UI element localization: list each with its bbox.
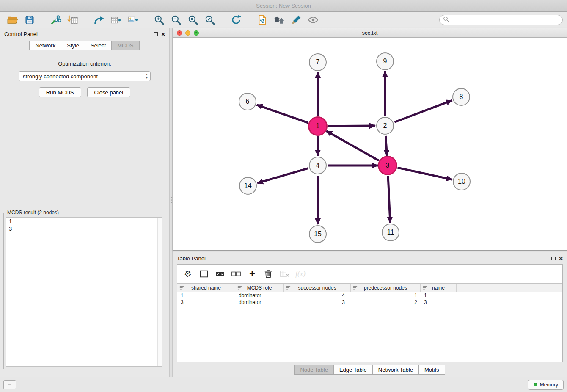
close-panel-icon[interactable]: ×: [161, 31, 165, 37]
home-icon[interactable]: [271, 13, 288, 27]
zoom-fit-icon[interactable]: [184, 13, 201, 27]
zoom-in-icon[interactable]: [151, 13, 168, 27]
view-group: [254, 13, 322, 27]
tab-node-table[interactable]: Node Table: [294, 365, 334, 375]
run-mcds-button[interactable]: Run MCDS: [39, 87, 81, 97]
tab-edge-table[interactable]: Edge Table: [333, 365, 373, 375]
graph-edge-3-11[interactable]: [388, 176, 390, 223]
export-network-icon[interactable]: [91, 13, 107, 27]
graph-node-7[interactable]: 7: [309, 53, 327, 71]
column-type-icon: [179, 285, 184, 291]
minimize-window-icon[interactable]: −: [185, 30, 190, 36]
graph-node-4[interactable]: 4: [309, 157, 327, 174]
column-header-name[interactable]: name: [421, 284, 457, 292]
show-columns-icon[interactable]: [197, 268, 211, 280]
search-box[interactable]: [439, 15, 563, 25]
search-input[interactable]: [451, 17, 559, 23]
table-cell: 4: [284, 292, 351, 299]
graph-node-1[interactable]: 1: [308, 116, 328, 136]
result-item[interactable]: 1: [6, 218, 162, 225]
control-panel-header: Control Panel ×: [0, 28, 169, 40]
graph-node-3[interactable]: 3: [378, 156, 397, 175]
table-row[interactable]: 3dominator323: [177, 299, 562, 306]
graph-edge-3-10[interactable]: [398, 168, 452, 179]
tab-style[interactable]: Style: [61, 41, 85, 50]
main-toolbar: [0, 12, 567, 28]
float-table-panel-icon[interactable]: [551, 257, 556, 260]
network-window-titlebar[interactable]: × − + scc.txt: [173, 28, 567, 38]
graph-node-8[interactable]: 8: [452, 88, 470, 106]
unselect-all-columns-icon[interactable]: [229, 268, 243, 280]
graph-node-10[interactable]: 10: [453, 173, 471, 190]
network-edges: [173, 38, 567, 250]
export-group: [91, 13, 141, 27]
graph-node-11[interactable]: 11: [382, 224, 399, 241]
style-brush-icon[interactable]: [288, 13, 305, 27]
column-type-icon: [423, 285, 427, 291]
export-image-icon[interactable]: [124, 13, 141, 27]
open-session-icon[interactable]: [4, 13, 21, 27]
float-panel-icon[interactable]: [154, 32, 158, 36]
column-header-predecessor-nodes[interactable]: predecessor nodes: [351, 284, 421, 292]
graph-edge-2-8[interactable]: [395, 100, 452, 122]
table-body-panel: ⚙ + f(x) shared nameMCDS rolesuccessor n…: [177, 264, 563, 362]
graph-edge-1-2[interactable]: [328, 126, 375, 126]
table-cell: 3: [177, 299, 235, 306]
column-header-shared-name[interactable]: shared name: [177, 284, 235, 292]
refresh-icon[interactable]: [228, 13, 245, 27]
graph-edge-3-1[interactable]: [326, 131, 379, 160]
table-row[interactable]: 1dominator411: [177, 292, 562, 299]
import-table-icon[interactable]: [64, 13, 81, 27]
graph-edge-4-14[interactable]: [257, 168, 308, 183]
document-network-icon[interactable]: [254, 13, 271, 27]
zoom-selected-icon[interactable]: [201, 13, 218, 27]
maximize-window-icon[interactable]: +: [194, 30, 199, 36]
window-titlebar[interactable]: Session: New Session: [0, 0, 567, 12]
graph-node-9[interactable]: 9: [376, 52, 394, 70]
close-table-panel-icon[interactable]: ×: [559, 255, 563, 262]
column-header-mcds-role[interactable]: MCDS role: [235, 284, 284, 292]
column-header-successor-nodes[interactable]: successor nodes: [284, 284, 351, 292]
table-cell: 3: [421, 299, 457, 306]
import-group: [47, 13, 81, 27]
session-group: [4, 13, 38, 27]
criterion-dropdown[interactable]: strongly connected component ▲ ▼: [19, 71, 151, 81]
select-all-columns-icon[interactable]: [213, 268, 227, 280]
graph-edge-2-3[interactable]: [386, 136, 387, 156]
criterion-value: strongly connected component: [19, 73, 143, 80]
zoom-out-icon[interactable]: [168, 13, 184, 27]
status-list-button[interactable]: ≡: [3, 380, 16, 389]
result-item[interactable]: 3: [6, 225, 162, 233]
export-table-icon[interactable]: [107, 13, 124, 27]
tab-motifs[interactable]: Motifs: [418, 365, 445, 375]
column-type-icon: [237, 285, 242, 291]
delete-column-icon[interactable]: [261, 268, 275, 280]
graph-node-2[interactable]: 2: [376, 117, 394, 135]
column-header-label: successor nodes: [298, 285, 336, 291]
save-session-icon[interactable]: [21, 13, 38, 27]
table-cell: dominator: [235, 299, 284, 306]
close-panel-button[interactable]: Close panel: [87, 87, 131, 97]
tab-mcds[interactable]: MCDS: [111, 41, 139, 50]
result-scrollbar[interactable]: [157, 218, 162, 366]
fx-label: f(x): [295, 270, 306, 278]
gear-icon: ⚙: [184, 269, 192, 279]
mcds-result-box[interactable]: 13: [6, 217, 162, 367]
panel-splitter[interactable]: [169, 28, 173, 377]
add-column-icon[interactable]: +: [245, 268, 259, 280]
table-settings-gear-icon[interactable]: ⚙: [181, 268, 195, 280]
import-network-icon[interactable]: [47, 13, 64, 27]
zoom-group: [151, 13, 218, 27]
graph-node-6[interactable]: 6: [239, 93, 256, 110]
eye-icon[interactable]: [305, 13, 322, 27]
tab-network-table[interactable]: Network Table: [372, 365, 419, 375]
tab-select[interactable]: Select: [85, 41, 112, 50]
graph-node-15[interactable]: 15: [309, 225, 327, 243]
network-canvas[interactable]: 7968124314101511: [173, 38, 567, 250]
graph-edge-1-6[interactable]: [257, 105, 308, 123]
traffic-lights: × − +: [177, 28, 199, 37]
memory-button[interactable]: Memory: [528, 380, 564, 390]
graph-node-14[interactable]: 14: [239, 177, 257, 195]
close-window-icon[interactable]: ×: [177, 30, 182, 36]
tab-network[interactable]: Network: [29, 41, 61, 50]
